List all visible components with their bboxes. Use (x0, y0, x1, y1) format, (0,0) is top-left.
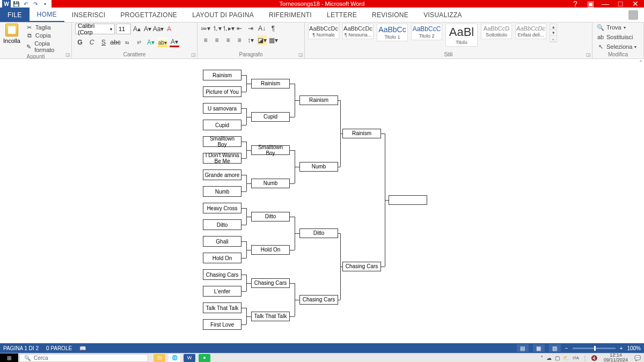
bracket-box: Picture of You (203, 86, 241, 97)
user-account[interactable] (623, 8, 644, 22)
zoom-slider[interactable] (573, 348, 616, 349)
change-case-icon[interactable]: Aa▾ (153, 24, 163, 34)
replace-button[interactable]: abSostituisci (596, 33, 634, 41)
subscript-button[interactable]: x₂ (122, 38, 132, 47)
style-nessuna[interactable]: AaBbCcDc¶ Nessuna... (342, 24, 374, 39)
clock[interactable]: 12:1409/11/2024 (601, 353, 631, 362)
cut-button[interactable]: ✂Taglia (25, 24, 68, 31)
collapse-ribbon-icon[interactable]: ˆ (640, 60, 642, 68)
grow-font-icon[interactable]: A▴ (132, 24, 142, 34)
onedrive-icon[interactable]: ☁ (546, 355, 552, 361)
page-indicator[interactable]: PAGINA 1 DI 2 (3, 345, 39, 351)
bold-button[interactable]: G (75, 38, 85, 47)
underline-button[interactable]: S (99, 38, 108, 47)
word-count[interactable]: 0 PAROLE (46, 345, 72, 351)
start-button[interactable]: ⊞ (0, 353, 18, 363)
tab-visualizza[interactable]: VISUALIZZA (416, 8, 470, 22)
tab-progettazione[interactable]: PROGETTAZIONE (113, 8, 185, 22)
font-name-input[interactable]: Calibri (Corp▾ (75, 24, 115, 34)
close-icon[interactable]: ✕ (630, 0, 641, 8)
highlight-icon[interactable]: ab▾ (158, 38, 167, 47)
bracket-connector (246, 183, 251, 184)
redo-icon[interactable]: ↷ (31, 0, 40, 8)
minimize-icon[interactable]: — (600, 0, 611, 8)
style-titolo1[interactable]: AaBbCcTitolo 1 (377, 24, 408, 41)
tab-lettere[interactable]: LETTERE (319, 8, 364, 22)
dec-indent-icon[interactable]: ⇤ (235, 24, 244, 33)
wifi-icon[interactable]: ⋮ (582, 355, 588, 361)
font-size-input[interactable]: 11 (116, 24, 131, 34)
zoom-level[interactable]: 100% (627, 345, 641, 351)
paste-button[interactable]: Incolla (3, 38, 20, 44)
qat-more-icon[interactable]: ▾ (41, 0, 49, 8)
tab-layout[interactable]: LAYOUT DI PAGINA (185, 8, 261, 22)
tab-file[interactable]: FILE (0, 8, 30, 22)
tray-chevron-icon[interactable]: ˄ (540, 355, 543, 361)
view-web-icon[interactable]: ▧ (549, 344, 561, 352)
superscript-button[interactable]: x² (134, 38, 144, 47)
spellcheck-icon[interactable]: 📖 (79, 345, 86, 351)
shading-icon[interactable]: ◪▾ (257, 35, 267, 45)
zoom-out-icon[interactable]: − (565, 345, 568, 351)
text-effects-icon[interactable]: A▾ (146, 38, 156, 47)
numbering-icon[interactable]: ⒈▾ (212, 24, 222, 33)
save-icon[interactable]: 💾 (12, 0, 20, 8)
line-spacing-icon[interactable]: ↕▾ (246, 35, 255, 45)
style-titolo[interactable]: AaBlTitolo (445, 24, 478, 47)
help-icon[interactable]: ? (570, 0, 581, 8)
launcher-icon[interactable]: ◲ (65, 52, 70, 57)
style-enfasi[interactable]: AaBbCcDcEnfasi deli... (515, 24, 546, 39)
style-titolo2[interactable]: AaBbCcCTitolo 2 (411, 24, 442, 40)
align-left-icon[interactable]: ≡ (201, 35, 210, 45)
view-print-icon[interactable]: ▦ (533, 344, 545, 352)
explorer-icon[interactable]: 🗀 (153, 354, 165, 362)
weather-icon[interactable]: ⛅ (563, 355, 569, 361)
document-canvas[interactable]: ˆ RainismPicture of YouU samovaraCupidSm… (0, 59, 644, 343)
paste-icon[interactable] (5, 24, 18, 36)
align-center-icon[interactable]: ≡ (212, 35, 222, 45)
bullets-icon[interactable]: ≔▾ (201, 24, 210, 33)
lang-icon[interactable]: ITA (573, 356, 579, 360)
justify-icon[interactable]: ≡ (235, 35, 244, 45)
inc-indent-icon[interactable]: ⇥ (246, 24, 255, 33)
styles-gallery-more[interactable]: ▴▾⌄ (550, 24, 557, 42)
launcher-icon[interactable]: ◲ (191, 52, 196, 57)
meet-icon[interactable]: ▢ (555, 355, 560, 361)
tab-revisione[interactable]: REVISIONE (364, 8, 416, 22)
shrink-font-icon[interactable]: A▾ (143, 24, 152, 34)
pilcrow-icon[interactable]: ¶ (268, 24, 278, 33)
word-taskbar-icon[interactable]: W (184, 354, 195, 362)
strike-button[interactable]: abc (111, 38, 120, 47)
spotify-icon[interactable]: ● (199, 354, 210, 362)
bracket-connector (246, 217, 251, 217)
find-button[interactable]: 🔍Trova▾ (596, 24, 627, 31)
sort-icon[interactable]: A↓ (257, 24, 267, 33)
italic-button[interactable]: C (87, 38, 97, 47)
copy-button[interactable]: ⧉Copia (25, 32, 68, 39)
select-button[interactable]: ↖Seleziona▾ (596, 43, 638, 50)
style-normale[interactable]: AaBbCcDc¶ Normale (308, 24, 339, 39)
undo-icon[interactable]: ↶ (21, 0, 30, 8)
bracket-box: Cupid (251, 112, 290, 122)
launcher-icon[interactable]: ◲ (586, 52, 591, 57)
view-read-icon[interactable]: ▤ (517, 344, 529, 352)
clear-format-icon[interactable]: A̶ (164, 24, 174, 34)
tab-inserisci[interactable]: INSERISCI (64, 8, 113, 22)
zoom-in-icon[interactable]: + (620, 345, 623, 351)
font-color-icon[interactable]: A▾ (170, 38, 179, 47)
align-right-icon[interactable]: ≡ (223, 35, 233, 45)
format-painter-button[interactable]: ✎Copia formato (25, 40, 68, 54)
volume-icon[interactable]: 🔇 (591, 355, 597, 361)
notifications-icon[interactable]: 💬 (634, 355, 641, 361)
launcher-icon[interactable]: ◲ (298, 52, 303, 57)
tab-home[interactable]: HOME (30, 8, 64, 22)
borders-icon[interactable]: ▦▾ (268, 35, 278, 45)
style-sottotitolo[interactable]: AaBbCcDSottotitolo (481, 24, 512, 39)
taskbar-search[interactable]: 🔍Cerca (19, 354, 148, 362)
bracket-box: Heavy Cross (203, 203, 241, 213)
multilevel-icon[interactable]: ⒈▸▾ (223, 24, 233, 33)
ribbon-options-icon[interactable]: ▣ (585, 0, 596, 8)
maximize-icon[interactable]: □ (615, 0, 626, 8)
chrome-icon[interactable]: 🌐 (169, 354, 180, 362)
tab-riferimenti[interactable]: RIFERIMENTI (261, 8, 319, 22)
